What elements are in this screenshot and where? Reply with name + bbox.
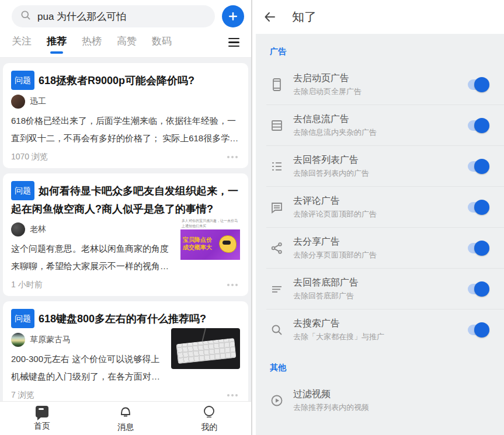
tab-recommend[interactable]: 推荐 — [47, 34, 67, 50]
toggle-switch[interactable] — [468, 202, 488, 213]
nav-label: 消息 — [117, 422, 134, 433]
play-circle-icon — [270, 394, 284, 407]
search-input[interactable]: pua 为什么那么可怕 — [12, 5, 215, 27]
setting-title: 去信息流广告 — [293, 113, 458, 126]
page-title: 知了 — [292, 9, 317, 25]
card-body: 200-300元左右 这个价位可以说够得上机械键盘的入门级别了，在各方面对于小白… — [11, 350, 165, 385]
feed-tabs: 关注 推荐 热榜 高赞 数码 — [0, 31, 251, 58]
feed-list: 问题618拯救者R9000p可能会降价吗? 迅工 618价格已经出来了，后面学生… — [0, 58, 251, 401]
setting-subtitle: 去除回答列表内的广告 — [293, 168, 458, 179]
toggle-switch[interactable] — [468, 325, 488, 335]
back-arrow-icon — [263, 10, 277, 24]
toggle-switch[interactable] — [468, 284, 488, 294]
profile-icon — [202, 405, 216, 421]
plus-icon — [227, 11, 239, 22]
tab-digital[interactable]: 数码 — [152, 34, 172, 50]
feed-card[interactable]: 问题如何看待显卡吧众多吧友自发组织起来，一起在闲鱼做空商人?商人似乎是急了的事情… — [3, 173, 248, 296]
setting-subtitle: 去除回答底部广告 — [293, 290, 458, 301]
tab-follow[interactable]: 关注 — [12, 34, 32, 50]
card-title: 问题618拯救者R9000p可能会降价吗? — [11, 71, 240, 90]
setting-row-answer-list-ads[interactable]: 去回答列表广告 去除回答列表内的广告 — [266, 145, 504, 186]
card-body: 这个问题有意思。老林以闲鱼商家的角度来聊聊，希望给大家展示不一样的视角 1、自发… — [11, 240, 175, 275]
smartphone-icon — [270, 78, 284, 92]
toggle-switch[interactable] — [468, 79, 488, 90]
share-icon — [270, 242, 284, 255]
section-header-other: 其他 — [266, 350, 504, 380]
tab-hot[interactable]: 热榜 — [82, 34, 102, 50]
search-icon — [270, 323, 284, 336]
nav-item-home[interactable]: 首页 — [0, 406, 84, 431]
setting-title: 去评论广告 — [293, 194, 458, 207]
more-options-icon[interactable] — [225, 392, 240, 399]
split-screen: pua 为什么那么可怕 关注 推荐 热榜 高赞 数码 问题618拯救者R9000… — [0, 0, 504, 435]
bell-icon — [119, 405, 133, 421]
nav-label: 首页 — [34, 421, 50, 431]
setting-row-answer-bottom-ads[interactable]: 去回答底部广告 去除回答底部广告 — [266, 268, 504, 309]
setting-row-filter-videos[interactable]: 过滤视频 去除推荐列表内的视频 — [266, 380, 504, 420]
create-post-button[interactable] — [222, 5, 244, 27]
nav-item-profile[interactable]: 我的 — [168, 405, 251, 433]
setting-title: 过滤视频 — [293, 388, 489, 401]
setting-subtitle: 去除启动页全屏广告 — [293, 86, 458, 97]
setting-row-feed-ads[interactable]: 去信息流广告 去除信息流内夹杂的广告 — [266, 105, 504, 145]
toggle-switch[interactable] — [468, 161, 488, 172]
thumbnail-image: 宝贝降点价 成交概率大 — [180, 229, 240, 260]
setting-title: 去搜索广告 — [293, 317, 458, 330]
tab-upvoted[interactable]: 高赞 — [117, 34, 137, 50]
feed-header: pua 为什么那么可怕 — [0, 0, 251, 31]
search-icon — [20, 9, 32, 23]
bulleted-list-icon — [270, 160, 284, 173]
card-thumbnail — [171, 328, 240, 369]
view-count: 1070 浏览 — [11, 152, 48, 162]
feed-card[interactable]: 问题618键盘800多左右的有什么推荐吗? 草原蒙古马 200-300元左右 这… — [3, 301, 248, 401]
avatar — [11, 333, 25, 347]
setting-subtitle: 去除「大家都在搜」与推广 — [293, 331, 458, 342]
card-title: 问题如何看待显卡吧众多吧友自发组织起来，一起在闲鱼做空商人?商人似乎是急了的事情… — [11, 181, 240, 218]
feed-card[interactable]: 问题618拯救者R9000p可能会降价吗? 迅工 618价格已经出来了，后面学生… — [3, 63, 248, 168]
settings-list: 广告 去启动页广告 去除启动页全屏广告 去信息流广告 去除信息流内夹杂的广告 — [252, 34, 504, 435]
author-row[interactable]: 迅工 — [11, 95, 240, 109]
setting-subtitle: 去除信息流内夹杂的广告 — [293, 127, 458, 138]
settings-header: 知了 — [252, 0, 504, 34]
feed-panel: pua 为什么那么可怕 关注 推荐 热榜 高赞 数码 问题618拯救者R9000… — [0, 0, 251, 435]
author-name: 迅工 — [30, 96, 46, 107]
question-badge: 问题 — [11, 181, 34, 200]
setting-title: 去回答列表广告 — [293, 154, 458, 166]
setting-row-splash-ads[interactable]: 去启动页广告 去除启动页全屏广告 — [266, 64, 504, 105]
setting-subtitle: 去除推荐列表内的视频 — [293, 402, 489, 413]
author-row[interactable]: 老林 — [11, 222, 175, 236]
setting-row-comment-ads[interactable]: 去评论广告 去除评论页面顶部的广告 — [266, 186, 504, 227]
more-options-icon[interactable] — [225, 281, 240, 288]
comment-icon — [270, 201, 284, 214]
card-body: 618价格已经出来了，后面学生潮来临，依据往年经验，一直到双十二，不再会有多好的… — [11, 112, 240, 147]
setting-row-share-ads[interactable]: 去分享广告 去除分享页面顶部的广告 — [266, 227, 504, 268]
text-lines-icon — [270, 283, 284, 295]
toggle-switch[interactable] — [468, 243, 488, 253]
feed-rows-icon — [270, 119, 284, 132]
card-thumbnail: 多人对你的宝贝感兴趣，让一点价马上通知他们来买 宝贝降点价 成交概率大 — [180, 218, 240, 275]
card-title: 问题618键盘800多左右的有什么推荐吗? — [11, 309, 240, 328]
toggle-switch[interactable] — [468, 120, 488, 131]
question-badge: 问题 — [11, 71, 34, 90]
bottom-nav: 首页 消息 我的 — [0, 401, 251, 435]
more-options-icon[interactable] — [225, 154, 240, 161]
section-header-ads: 广告 — [266, 34, 504, 64]
setting-subtitle: 去除分享页面顶部的广告 — [293, 249, 458, 260]
view-count: 7 浏览 — [11, 390, 34, 401]
home-icon — [36, 406, 48, 420]
nav-item-messages[interactable]: 消息 — [84, 405, 167, 433]
setting-title: 去回答底部广告 — [293, 276, 458, 289]
question-badge: 问题 — [11, 309, 34, 328]
avatar — [11, 95, 25, 109]
author-row[interactable]: 草原蒙古马 — [11, 333, 165, 347]
setting-row-search-ads[interactable]: 去搜索广告 去除「大家都在搜」与推广 — [266, 309, 504, 350]
nav-label: 我的 — [201, 422, 217, 433]
fish-icon — [219, 235, 237, 253]
setting-title: 去分享广告 — [293, 235, 458, 248]
search-query: pua 为什么那么可怕 — [37, 10, 126, 23]
author-name: 老林 — [30, 224, 46, 235]
tab-list-menu-icon[interactable] — [228, 38, 239, 47]
author-name: 草原蒙古马 — [30, 335, 71, 345]
back-button[interactable] — [263, 10, 277, 24]
timestamp: 1 小时前 — [11, 280, 43, 290]
